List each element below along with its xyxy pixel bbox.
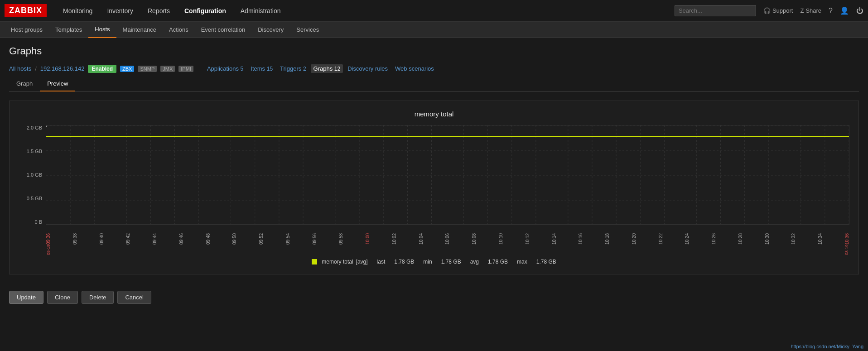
second-navigation: Host groups Templates Hosts Maintenance … (0, 22, 868, 38)
chart-container: memory total 2.0 GB 1.5 GB 1.0 GB 0.5 GB… (9, 101, 859, 274)
tab-preview[interactable]: Preview (40, 77, 75, 91)
y-label-0b: 0 B (34, 219, 42, 225)
legend-max-label: max (517, 259, 527, 265)
nav-monitoring[interactable]: Monitoring (56, 0, 100, 22)
tab-discovery-rules[interactable]: Discovery rules (345, 64, 391, 73)
nav-host-groups[interactable]: Host groups (5, 22, 49, 38)
top-nav-right: 🎧 Support Z Share ? 👤 ⏻ (675, 5, 863, 16)
host-tabs: Applications 5 Items 15 Triggers 2 Graph… (204, 64, 437, 73)
cancel-button[interactable]: Cancel (117, 291, 151, 304)
delete-button[interactable]: Delete (82, 291, 114, 304)
legend-aggregation: [avg] (356, 259, 368, 265)
y-label-2gb: 2.0 GB (27, 125, 42, 130)
share-link[interactable]: Z Share (800, 7, 821, 14)
support-icon: 🎧 (763, 7, 771, 14)
page-title: Graphs (0, 38, 868, 61)
legend-max-value: 1.78 GB (536, 259, 556, 265)
support-link[interactable]: 🎧 Support (763, 7, 793, 14)
chart-title: memory total (19, 110, 849, 118)
all-hosts-link[interactable]: All hosts (9, 65, 31, 72)
host-ip-link[interactable]: 192.168.126.142 (40, 65, 85, 72)
tag-zbx: ZBX (120, 66, 134, 72)
update-button[interactable]: Update (9, 291, 43, 304)
status-badge: Enabled (88, 65, 116, 73)
nav-administration[interactable]: Administration (233, 0, 288, 22)
breadcrumb-separator: / (35, 65, 37, 72)
svg-marker-38 (46, 125, 47, 127)
chart-legend: memory total [avg] last 1.78 GB min 1.78… (19, 259, 849, 265)
nav-reports[interactable]: Reports (140, 0, 177, 22)
tab-graph[interactable]: Graph (9, 77, 40, 91)
clone-button[interactable]: Clone (47, 291, 78, 304)
chart-main: 09:36 08-19 09:38 09:40 09:42 09:44 09:4… (46, 125, 849, 255)
main-nav: Monitoring Inventory Reports Configurati… (56, 0, 675, 22)
legend-avg-label: avg (470, 259, 479, 265)
power-icon[interactable]: ⏻ (856, 7, 863, 15)
y-label-05gb: 0.5 GB (27, 196, 42, 201)
zabbix-logo[interactable]: ZABBIX (5, 4, 47, 17)
top-navigation: ZABBIX Monitoring Inventory Reports Conf… (0, 0, 868, 22)
breadcrumb: All hosts / 192.168.126.142 Enabled ZBX … (0, 61, 868, 77)
nav-configuration[interactable]: Configuration (177, 0, 233, 22)
tab-graphs[interactable]: Graphs 12 (311, 64, 343, 73)
nav-actions[interactable]: Actions (163, 22, 195, 38)
nav-hosts[interactable]: Hosts (88, 22, 116, 38)
legend-avg-value: 1.78 GB (488, 259, 508, 265)
legend-last-label: last (377, 259, 386, 265)
action-buttons: Update Clone Delete Cancel (0, 284, 868, 311)
tab-triggers[interactable]: Triggers 2 (277, 64, 309, 73)
tab-items[interactable]: Items 15 (248, 64, 275, 73)
tab-applications[interactable]: Applications 5 (204, 64, 246, 73)
nav-inventory[interactable]: Inventory (100, 0, 140, 22)
tab-web-scenarios[interactable]: Web scenarios (392, 64, 437, 73)
tag-jmx: JMX (160, 66, 175, 72)
search-input[interactable] (675, 5, 756, 16)
legend-color-memory-total (312, 259, 317, 264)
chart-svg (46, 125, 849, 225)
nav-services[interactable]: Services (290, 22, 325, 38)
tag-ipmi: IPMI (178, 66, 193, 72)
y-axis: 2.0 GB 1.5 GB 1.0 GB 0.5 GB 0 B (19, 125, 46, 225)
view-tabs: Graph Preview (9, 77, 859, 91)
nav-templates[interactable]: Templates (49, 22, 88, 38)
legend-name: memory total (322, 259, 353, 265)
nav-discovery[interactable]: Discovery (251, 22, 290, 38)
legend-min-label: min (423, 259, 432, 265)
nav-maintenance[interactable]: Maintenance (116, 22, 163, 38)
y-label-1gb: 1.0 GB (27, 172, 42, 178)
nav-event-correlation[interactable]: Event correlation (195, 22, 252, 38)
legend-last-value: 1.78 GB (394, 259, 414, 265)
user-icon[interactable]: 👤 (840, 6, 849, 15)
help-icon[interactable]: ? (829, 7, 833, 15)
tag-snmp: SNMP (138, 66, 157, 72)
legend-min-value: 1.78 GB (441, 259, 461, 265)
y-label-15gb: 1.5 GB (27, 149, 42, 154)
x-axis: 09:36 08-19 09:38 09:40 09:42 09:44 09:4… (46, 226, 849, 255)
share-icon: Z (800, 7, 804, 14)
